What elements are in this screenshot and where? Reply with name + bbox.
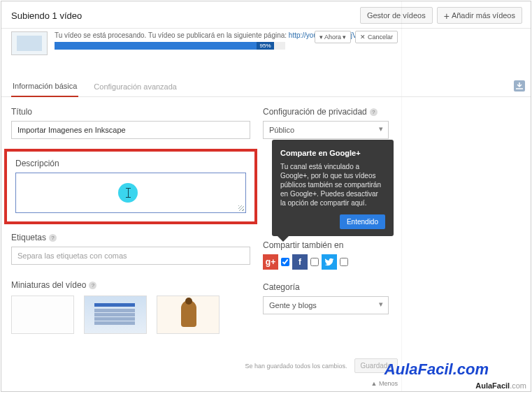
facebook-icon[interactable]: f <box>292 254 308 270</box>
upload-thumbnail <box>11 31 48 55</box>
googleplus-icon[interactable]: g+ <box>263 254 278 270</box>
video-manager-button[interactable]: Gestor de vídeos <box>360 7 433 24</box>
privacy-label: Configuración de privacidad? <box>263 107 389 117</box>
download-icon[interactable] <box>514 80 525 92</box>
title-label: Título <box>11 107 250 117</box>
ahora-dropdown[interactable]: ▾ Ahora ▾ <box>315 31 352 43</box>
aulafacil-small-watermark: AulaFacil.com <box>475 381 526 390</box>
thumbnail-option-2[interactable] <box>84 296 147 334</box>
thumbnail-option-1[interactable] <box>11 296 74 334</box>
saved-status-text: Se han guardado todos los cambios. <box>245 363 347 370</box>
tooltip-title: Comparte en Google+ <box>280 148 385 158</box>
category-label: Categoría <box>263 282 389 292</box>
aulafacil-watermark: AulaFacil.com <box>384 360 489 379</box>
tags-label: Etiquetas? <box>11 233 250 242</box>
category-select[interactable]: Gente y blogs <box>263 296 389 314</box>
help-icon[interactable]: ? <box>89 282 96 289</box>
tab-basic-info[interactable]: Información básica <box>11 78 78 97</box>
tooltip-understood-button[interactable]: Entendido <box>340 214 385 229</box>
tooltip-arrow-icon <box>278 236 289 247</box>
twitter-checkbox[interactable] <box>340 258 348 266</box>
googleplus-checkbox[interactable] <box>281 258 289 266</box>
help-icon[interactable]: ? <box>370 108 378 116</box>
thumbnail-option-3[interactable] <box>157 296 220 334</box>
add-more-videos-button[interactable]: +Añadir más vídeos <box>437 7 522 24</box>
description-label: Descripción <box>15 159 246 168</box>
description-textarea[interactable] <box>15 173 246 213</box>
resize-handle-icon[interactable] <box>238 205 244 211</box>
collapse-menos-link[interactable]: ▲ Menos <box>11 380 398 387</box>
privacy-select[interactable]: Público <box>263 121 389 139</box>
facebook-checkbox[interactable] <box>310 258 319 266</box>
description-highlight-box: Descripción <box>4 149 257 224</box>
twitter-icon[interactable] <box>322 254 337 270</box>
tooltip-body: Tu canal está vinculado a Google+, por l… <box>280 162 385 207</box>
help-icon[interactable]: ? <box>49 234 57 242</box>
upload-progress: 95% <box>55 42 285 50</box>
upload-status-text: Tu vídeo se está procesando. Tu vídeo se… <box>55 31 521 50</box>
cancel-button[interactable]: ✕ Cancelar <box>355 31 398 43</box>
text-cursor-icon <box>118 183 138 203</box>
tab-advanced-settings[interactable]: Configuración avanzada <box>92 78 178 96</box>
title-input[interactable] <box>11 121 250 139</box>
tags-input[interactable] <box>11 247 250 265</box>
thumbnails-label: Miniaturas del vídeo? <box>11 280 250 290</box>
page-title: Subiendo 1 vídeo <box>11 10 82 21</box>
googleplus-tooltip: Comparte en Google+ Tu canal está vincul… <box>272 140 394 236</box>
